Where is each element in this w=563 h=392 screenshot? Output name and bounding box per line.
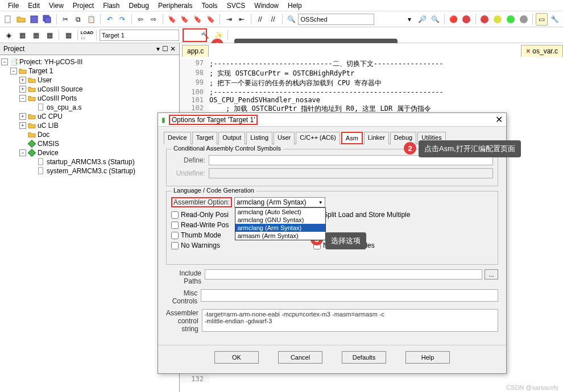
tree-root[interactable]: Project: YH-μCOS-III <box>19 58 82 66</box>
option-armasm[interactable]: armasm (Arm Syntax) <box>235 232 325 240</box>
breakpoint-icon[interactable] <box>461 13 473 26</box>
tree-doc[interactable]: Doc <box>38 131 49 139</box>
tree-collapse-icon[interactable]: − <box>19 95 26 102</box>
tab-cpp[interactable]: C/C++ (AC6) <box>296 132 340 144</box>
checkbox-nowarn[interactable] <box>171 242 179 249</box>
tab-target[interactable]: Target <box>192 132 218 144</box>
tab-asm[interactable]: Asm <box>341 132 363 144</box>
gray-dot-icon[interactable] <box>518 13 529 26</box>
config-icon[interactable]: 🔧 <box>549 13 561 26</box>
undefine-input[interactable] <box>209 168 493 178</box>
tab-user[interactable]: User <box>274 132 295 144</box>
find-combo[interactable]: OSSched <box>298 14 374 25</box>
menu-svcs[interactable]: SVCS <box>222 1 250 10</box>
window-icon[interactable]: ▭ <box>536 13 548 26</box>
tree-expand-icon[interactable]: + <box>19 122 26 129</box>
defaults-button[interactable]: Defaults <box>342 351 386 364</box>
paste-icon[interactable]: 📋 <box>85 13 97 26</box>
option-auto[interactable]: armclang (Auto Select) <box>235 208 325 216</box>
option-gnu[interactable]: armclang (GNU Syntax) <box>235 216 325 224</box>
copy-icon[interactable]: ⧉ <box>72 13 84 26</box>
undo-icon[interactable]: ↶ <box>104 13 115 26</box>
new-icon[interactable] <box>2 13 14 26</box>
save-all-icon[interactable] <box>42 13 53 26</box>
tree-uclib[interactable]: uC LIB <box>38 122 59 130</box>
chevron-down-icon[interactable]: ▼ <box>318 200 323 205</box>
target-combo[interactable]: Target 1 <box>100 30 179 41</box>
tree-cmsis[interactable]: CMSIS <box>38 140 59 148</box>
code-area[interactable]: 97;-----------------------------二、切换下文--… <box>180 57 563 116</box>
tab-linker[interactable]: Linker <box>364 132 389 144</box>
green-dot-icon[interactable] <box>504 13 516 26</box>
checkbox-thumb[interactable] <box>171 232 179 239</box>
bookmark-prev-icon[interactable]: 🔖 <box>179 13 191 26</box>
include-input[interactable] <box>205 269 482 280</box>
help-button[interactable]: Help <box>405 351 450 364</box>
tree-target[interactable]: Target 1 <box>28 67 53 75</box>
rebuild-icon[interactable]: ▦ <box>30 29 42 41</box>
tree-ports[interactable]: uCosIII Ports <box>38 94 77 102</box>
tree-expand-icon[interactable]: + <box>19 113 26 120</box>
bookmark-clear-icon[interactable]: 🔖 <box>205 13 217 26</box>
build-icon[interactable]: ▦ <box>16 29 28 41</box>
bookmark-icon[interactable]: 🔖 <box>166 13 178 26</box>
nav-fwd-icon[interactable]: ⇨ <box>148 13 160 26</box>
tree-file-system[interactable]: system_ARMCM3.c (Startup) <box>47 167 135 175</box>
expand-icon[interactable]: ▾ <box>403 13 415 26</box>
tree-collapse-icon[interactable]: − <box>19 149 26 156</box>
cancel-button[interactable]: Cancel <box>278 351 322 364</box>
comment-icon[interactable]: // <box>254 13 266 26</box>
menu-edit[interactable]: Edit <box>23 1 44 10</box>
project-tree[interactable]: −📑Project: YH-μCOS-III −Target 1 +User +… <box>0 55 179 392</box>
open-icon[interactable] <box>15 13 27 26</box>
menu-peripherals[interactable]: Peripherals <box>154 1 197 10</box>
tree-file-startup[interactable]: startup_ARMCM3.s (Startup) <box>47 158 135 166</box>
menu-help[interactable]: Help <box>283 1 307 10</box>
tree-user[interactable]: User <box>38 76 52 84</box>
tab-output[interactable]: Output <box>218 132 245 144</box>
save-icon[interactable] <box>28 13 40 26</box>
find-icon[interactable]: 🔍 <box>285 13 297 26</box>
close-icon[interactable]: ✕ <box>495 114 503 125</box>
debug-icon[interactable]: 🔴 <box>448 13 459 26</box>
tree-expand-icon[interactable]: + <box>19 86 26 93</box>
yellow-dot-icon[interactable] <box>492 13 504 26</box>
menu-project[interactable]: Project <box>68 1 98 10</box>
option-arm[interactable]: armclang (Arm Syntax) <box>235 224 325 232</box>
tree-expand-icon[interactable]: + <box>19 77 26 84</box>
misc-input[interactable] <box>201 289 498 302</box>
tree-uccpu[interactable]: uC CPU <box>38 112 63 120</box>
checkbox-ro[interactable] <box>171 211 179 219</box>
menu-tools[interactable]: Tools <box>197 1 222 10</box>
download-icon[interactable]: LOAD↓↓ <box>81 29 93 41</box>
close-icon[interactable]: × <box>526 47 530 55</box>
tab-listing[interactable]: Listing <box>246 132 272 144</box>
bookmark-next-icon[interactable]: 🔖 <box>192 13 204 26</box>
translate-icon[interactable]: ◈ <box>2 29 15 41</box>
tree-collapse-icon[interactable]: − <box>1 59 8 65</box>
menu-view[interactable]: View <box>44 1 68 10</box>
incremental-icon[interactable]: 🔍 <box>429 13 441 26</box>
tab-app[interactable]: app.c <box>182 45 209 57</box>
cut-icon[interactable]: ✂ <box>60 13 72 26</box>
tree-source[interactable]: uCosIII Source <box>38 85 82 93</box>
browse-icon[interactable]: ... <box>485 269 498 280</box>
redo-icon[interactable]: ↷ <box>117 13 129 26</box>
nav-back-icon[interactable]: ⇦ <box>135 13 147 26</box>
menu-file[interactable]: File <box>3 1 23 10</box>
stop-build-icon[interactable]: ▦ <box>62 29 74 41</box>
tab-device[interactable]: Device <box>164 132 191 144</box>
tree-device[interactable]: Device <box>38 149 59 157</box>
batch-icon[interactable]: ▦ <box>43 29 56 41</box>
tab-osvar[interactable]: ×os_var.c <box>521 45 563 57</box>
find-files-icon[interactable]: 🔎 <box>416 13 428 26</box>
red-dot-icon[interactable] <box>479 13 491 26</box>
menu-flash[interactable]: Flash <box>98 1 124 10</box>
tree-file-oscpu[interactable]: os_cpu_a.s <box>47 103 81 111</box>
outdent-icon[interactable]: ⇤ <box>236 13 248 26</box>
indent-icon[interactable]: ⇥ <box>223 13 235 26</box>
menu-window[interactable]: Window <box>250 1 283 10</box>
assembler-dropdown[interactable]: armclang (Auto Select) armclang (GNU Syn… <box>235 207 326 240</box>
uncomment-icon[interactable]: // <box>267 13 279 26</box>
ok-button[interactable]: OK <box>214 351 259 364</box>
